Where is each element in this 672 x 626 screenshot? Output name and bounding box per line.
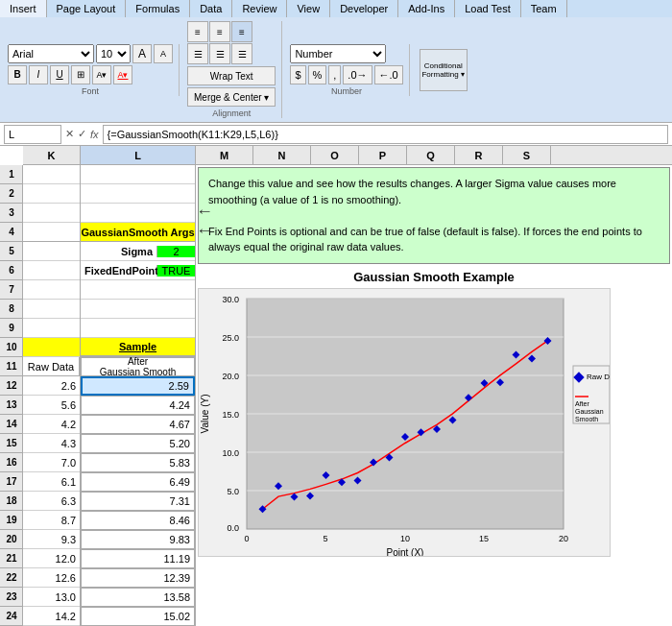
raw-data-12[interactable]: 14.2 — [23, 607, 80, 626]
font-shrink-button[interactable]: A — [154, 44, 173, 63]
italic-button[interactable]: I — [29, 65, 48, 84]
smooth-data-12[interactable]: 15.02 — [81, 607, 195, 626]
tab-view[interactable]: View — [287, 0, 330, 17]
cancel-icon[interactable]: ✕ — [65, 128, 74, 140]
spreadsheet-content: Raw Data2.65.64.24.37.06.16.38.79.312.01… — [23, 165, 672, 626]
smooth-data-4[interactable]: 5.83 — [81, 453, 195, 472]
cell[interactable] — [23, 261, 80, 280]
smooth-data-8[interactable]: 9.83 — [81, 530, 195, 549]
cell[interactable] — [23, 223, 80, 242]
comma-button[interactable]: , — [328, 65, 341, 84]
align-mid-center[interactable]: ☰ — [209, 43, 230, 64]
cell[interactable] — [23, 242, 80, 261]
cell-l[interactable] — [81, 204, 195, 223]
fixed-end-value[interactable]: TRUE — [157, 265, 195, 277]
col-header-p[interactable]: P — [359, 146, 407, 164]
raw-data-1[interactable]: 5.6 — [23, 396, 80, 415]
smooth-data-9[interactable]: 11.19 — [81, 549, 195, 568]
tab-insert[interactable]: Insert — [0, 0, 47, 17]
font-grow-button[interactable]: A — [132, 44, 152, 63]
align-mid-left[interactable]: ☰ — [187, 43, 208, 64]
percent-button[interactable]: % — [308, 65, 327, 84]
smooth-data-11[interactable]: 13.58 — [81, 588, 195, 607]
sigma-value[interactable]: 2 — [157, 246, 195, 257]
tab-load-test[interactable]: Load Test — [455, 0, 521, 17]
col-header-m[interactable]: M — [196, 146, 253, 164]
tab-page-layout[interactable]: Page Layout — [47, 0, 127, 17]
font-color-button[interactable]: A▾ — [113, 65, 132, 84]
fill-color-button[interactable]: A▾ — [92, 65, 111, 84]
row-header-11: 11 — [0, 357, 23, 376]
col-header-l[interactable]: L — [81, 146, 196, 164]
align-top-right[interactable]: ≡ — [231, 21, 252, 42]
bold-button[interactable]: B — [8, 65, 27, 84]
col-header-o[interactable]: O — [311, 146, 359, 164]
merge-center-button[interactable]: Merge & Center ▾ — [187, 87, 276, 107]
smooth-data-10[interactable]: 12.39 — [81, 568, 195, 588]
smooth-data-1[interactable]: 4.24 — [81, 396, 195, 415]
cell-l-empty[interactable] — [81, 319, 195, 338]
cell-l[interactable] — [81, 184, 195, 204]
cell[interactable] — [23, 184, 80, 204]
row-header-13: 13 — [0, 396, 23, 415]
cell-l-empty[interactable] — [81, 280, 195, 300]
raw-data-7[interactable]: 8.7 — [23, 511, 80, 530]
raw-data-6[interactable]: 6.3 — [23, 492, 80, 511]
raw-data-9[interactable]: 12.0 — [23, 549, 80, 568]
tab-formulas[interactable]: Formulas — [126, 0, 190, 17]
cell[interactable] — [23, 300, 80, 319]
col-header-s[interactable]: S — [503, 146, 551, 164]
col-header-q[interactable]: Q — [407, 146, 455, 164]
align-mid-right[interactable]: ☰ — [231, 43, 252, 64]
smooth-data-3[interactable]: 5.20 — [81, 434, 195, 453]
tab-data[interactable]: Data — [190, 0, 232, 17]
content-area: Change this value and see how the result… — [196, 165, 672, 626]
raw-data-5[interactable]: 6.1 — [23, 472, 80, 492]
cell[interactable] — [23, 319, 80, 338]
formula-input[interactable] — [103, 125, 668, 144]
align-top-left[interactable]: ≡ — [187, 21, 208, 42]
underline-button[interactable]: U — [50, 65, 69, 84]
raw-data-0[interactable]: 2.6 — [23, 376, 80, 396]
raw-data-4[interactable]: 7.0 — [23, 453, 80, 472]
raw-data-2[interactable]: 4.2 — [23, 415, 80, 434]
font-name-select[interactable]: Arial — [8, 44, 94, 63]
number-format-select[interactable]: Number — [290, 44, 386, 63]
raw-data-10[interactable]: 12.6 — [23, 568, 80, 588]
smooth-data-7[interactable]: 8.46 — [81, 511, 195, 530]
cell[interactable] — [23, 280, 80, 300]
col-header-k[interactable]: K — [23, 146, 81, 164]
name-box[interactable] — [4, 125, 61, 144]
col-header-r[interactable]: R — [455, 146, 503, 164]
raw-data-11[interactable]: 13.0 — [23, 588, 80, 607]
smooth-data-2[interactable]: 4.67 — [81, 415, 195, 434]
tab-review[interactable]: Review — [232, 0, 287, 17]
decrease-decimal-button[interactable]: ←.0 — [374, 65, 403, 84]
tab-add-ins[interactable]: Add-Ins — [398, 0, 455, 17]
wrap-text-button[interactable]: Wrap Text — [187, 66, 276, 85]
cell[interactable] — [23, 165, 80, 184]
smooth-data-0[interactable]: 2.59 — [81, 376, 195, 396]
cell-l[interactable] — [81, 165, 195, 184]
font-size-select[interactable]: 10 — [96, 44, 131, 63]
raw-data-8[interactable]: 9.3 — [23, 530, 80, 549]
chart-title: Gaussian Smooth Example — [198, 270, 670, 284]
dollar-button[interactable]: $ — [290, 65, 305, 84]
smooth-data-5[interactable]: 6.49 — [81, 472, 195, 492]
cell-l-empty[interactable] — [81, 300, 195, 319]
tab-developer[interactable]: Developer — [330, 0, 398, 17]
conditional-formatting-button[interactable]: Conditional Formatting ▾ — [420, 49, 468, 91]
tab-team[interactable]: Team — [521, 0, 567, 17]
ribbon-body: Arial 10 A A B I U ⊞ A▾ A▾ Font — [0, 17, 672, 122]
col-l: GaussianSmooth ArgsSigma2FixedEndPointsT… — [81, 165, 196, 626]
raw-data-3[interactable]: 4.3 — [23, 434, 80, 453]
svg-text:10.0: 10.0 — [222, 448, 239, 458]
confirm-icon[interactable]: ✓ — [78, 128, 86, 140]
align-top-center[interactable]: ≡ — [209, 21, 230, 42]
smooth-data-6[interactable]: 7.31 — [81, 492, 195, 511]
border-button[interactable]: ⊞ — [71, 65, 90, 84]
cell[interactable] — [23, 204, 80, 223]
col-header-n[interactable]: N — [253, 146, 311, 164]
increase-decimal-button[interactable]: .0→ — [343, 65, 372, 84]
number-group: Number $ % , .0→ ←.0 Number — [288, 44, 409, 96]
